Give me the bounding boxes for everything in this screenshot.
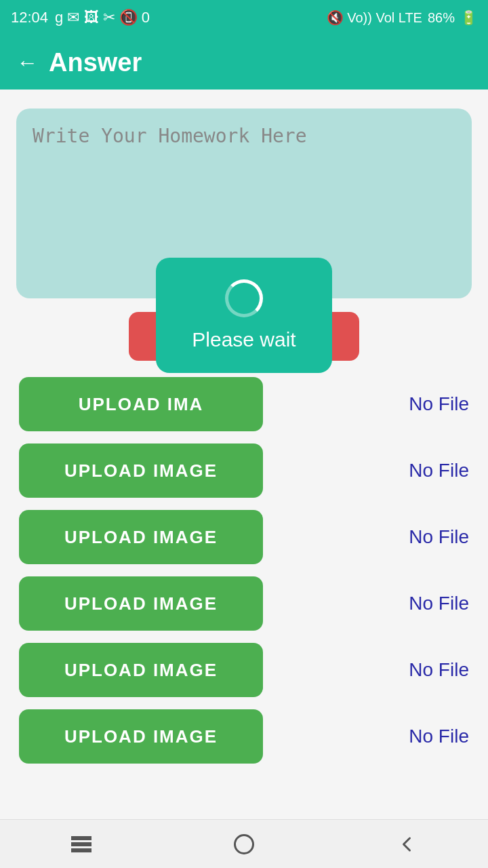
loading-overlay: Please wait (156, 258, 332, 373)
battery-icon: 🔋 (460, 9, 477, 26)
upload-button-3[interactable]: UPLOAD IMAGE (19, 510, 263, 564)
svg-rect-1 (73, 843, 91, 845)
svg-rect-2 (73, 849, 91, 851)
status-bar: 12:04 g ✉ 🖼 ✂ 📵 0 🔇 Vo)) Vol LTE 86% 🔋 (0, 0, 488, 35)
page-title: Answer (49, 48, 142, 77)
svg-rect-0 (73, 837, 91, 839)
no-file-label-3: No File (409, 526, 469, 548)
upload-button-4[interactable]: UPLOAD IMAGE (19, 576, 263, 631)
home-icon (232, 832, 256, 856)
upload-row-1: UPLOAD IMA No File (16, 377, 472, 431)
status-time: 12:04 (11, 9, 48, 26)
nav-home-icon[interactable] (227, 827, 261, 861)
no-file-label-4: No File (409, 593, 469, 614)
upload-button-2[interactable]: UPLOAD IMAGE (19, 443, 263, 498)
svg-point-3 (235, 835, 253, 853)
status-battery: 86% (428, 10, 455, 26)
app-header: ← Answer (0, 35, 488, 90)
nav-back-icon[interactable] (390, 827, 424, 861)
back-icon (394, 832, 419, 856)
upload-button-5[interactable]: UPLOAD IMAGE (19, 643, 263, 697)
upload-button-1[interactable]: UPLOAD IMA (19, 377, 263, 431)
nav-menu-icon[interactable] (64, 827, 98, 861)
nav-bar (0, 819, 488, 868)
upload-row-5: UPLOAD IMAGE No File (16, 643, 472, 697)
upload-row-3: UPLOAD IMAGE No File (16, 510, 472, 564)
upload-button-6[interactable]: UPLOAD IMAGE (19, 709, 263, 764)
no-file-label-2: No File (409, 460, 469, 481)
upload-row-4: UPLOAD IMAGE No File (16, 576, 472, 631)
loading-spinner (225, 279, 263, 317)
menu-icon (69, 832, 94, 856)
upload-row-2: UPLOAD IMAGE No File (16, 443, 472, 498)
back-button[interactable]: ← (16, 50, 38, 75)
please-wait-text: Please wait (192, 328, 296, 351)
status-signal: 🔇 Vo)) Vol LTE (327, 9, 422, 26)
upload-rows: UPLOAD IMA No File UPLOAD IMAGE No File … (16, 377, 472, 764)
no-file-label-6: No File (409, 726, 469, 747)
no-file-label-5: No File (409, 659, 469, 681)
no-file-label-1: No File (409, 393, 469, 415)
upload-row-6: UPLOAD IMAGE No File (16, 709, 472, 764)
main-content: SUBMIT UPLOAD IMA No File UPLOAD IMAGE N… (0, 90, 488, 783)
status-icons: g ✉ 🖼 ✂ 📵 0 (55, 9, 150, 26)
